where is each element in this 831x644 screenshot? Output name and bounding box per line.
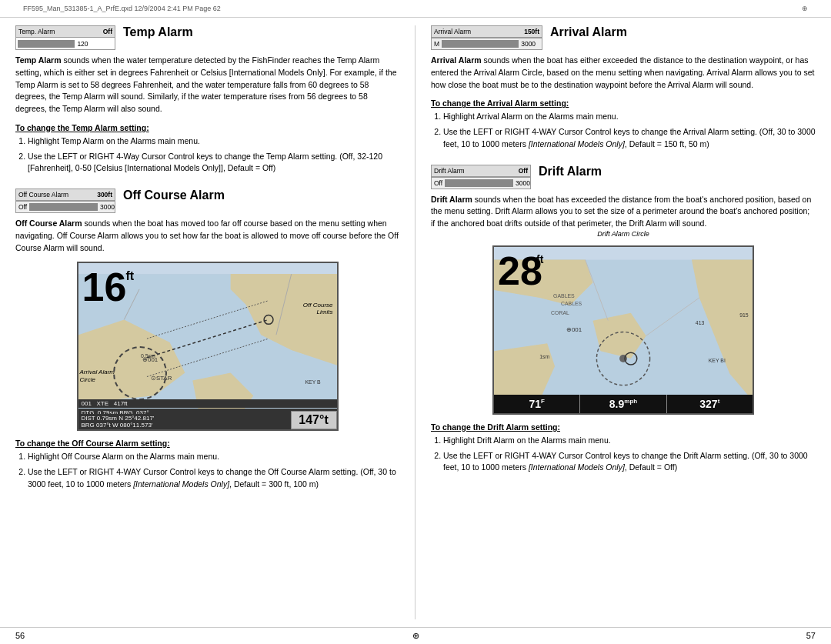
footer-page-left: 56 <box>15 631 25 641</box>
drift-alarm-section: Drift Alarm Off Off 3000 Drift Alarm Dri… <box>431 165 816 475</box>
arrival-alarm-label: Arrival Alarm <box>432 27 473 36</box>
drift-alarm-label: Drift Alarm <box>432 166 467 175</box>
off-course-alarm-title: Off Course Alarm <box>123 189 225 202</box>
drift-alarm-off: Off <box>516 166 530 175</box>
temp-alarm-widget: Temp. Alarm Off 120 <box>15 25 115 50</box>
temp-alarm-body: Temp Alarm sounds when the water tempera… <box>15 55 399 115</box>
drift-cell-temp: 71F <box>494 395 580 413</box>
off-course-widget-row2: Off 3000 <box>15 201 115 213</box>
off-course-alarm-section: Off Course Alarm 300ft Off 3000 Off Cour… <box>15 189 399 491</box>
off-course-map-wrapper: ⊕001 ⊙STAR KEY B 0.5sm 16 ft Off Cours <box>77 262 339 431</box>
drift-bar <box>445 179 513 187</box>
temp-alarm-off: Off <box>101 27 115 36</box>
off-course-change-title: To change the Off Course Alarm setting: <box>15 439 399 448</box>
drift-widget-row1: Drift Alarm Off <box>431 165 531 177</box>
off-course-alarm-body: Off Course Alarm sounds when the boat ha… <box>15 218 399 254</box>
off-course-step-2: Use the LEFT or RIGHT 4-WAY Cursor Contr… <box>28 466 399 491</box>
temp-alarm-body-bold: Temp Alarm <box>15 55 62 65</box>
off-course-bar-value: 3000 <box>100 203 115 211</box>
drift-map-unit: ft <box>536 253 543 265</box>
arrival-alarm-widget: Arrival Alarm 150ft M 3000 <box>431 25 542 50</box>
off-course-map: ⊕001 ⊙STAR KEY B 0.5sm 16 ft Off Cours <box>77 262 339 431</box>
off-course-alarm-body-bold: Off Course Alarm <box>15 219 82 228</box>
drift-temp-unit: F <box>541 398 545 405</box>
svg-text:413: 413 <box>696 319 705 325</box>
arrival-alarm-body-text: sounds when the boat has either exceeded… <box>431 55 814 89</box>
off-course-steps: Highlight Off Course Alarm on the Alarms… <box>28 451 399 490</box>
drift-speed-unit: mph <box>624 398 637 405</box>
drift-temp-value: 71 <box>529 398 541 410</box>
off-course-bar <box>29 203 98 211</box>
drift-alarm-label2: Off <box>432 179 445 188</box>
temp-alarm-widget-row1: Temp. Alarm Off <box>15 25 115 38</box>
off-course-map-bar1: 001 XTE 417ft <box>78 399 337 408</box>
svg-text:⊕001: ⊕001 <box>566 326 582 333</box>
off-course-alarm-value: 300ft <box>95 190 115 199</box>
header-bar: FF595_Man_531385-1_A_PrfE.qxd 12/9/2004 … <box>0 0 831 18</box>
arrival-alarm-body: Arrival Alarm sounds when the boat has e… <box>431 55 816 91</box>
drift-alarm-change-title: To change the Drift Alarm setting: <box>431 422 816 432</box>
temp-alarm-step-2: Use the LEFT or RIGHT 4-Way Cursor Contr… <box>28 151 399 175</box>
drift-bar-value: 3000 <box>516 179 530 187</box>
drift-alarm-widget: Drift Alarm Off Off 3000 <box>431 165 531 189</box>
off-course-intl: [International Models Only] <box>133 479 229 489</box>
arrival-alarm-header: Arrival Alarm 150ft M 3000 Arrival Alarm <box>431 25 816 50</box>
off-course-map-number: 16 <box>82 267 127 307</box>
drift-map-caption: Drift Alarm Circle <box>431 230 816 238</box>
svg-text:1sm: 1sm <box>539 354 549 359</box>
arrival-alarm-change-title: To change the Arrival Alarm setting: <box>431 98 816 108</box>
svg-text:915: 915 <box>739 312 749 317</box>
off-course-widget-row1: Off Course Alarm 300ft <box>15 189 115 201</box>
main-content: Temp. Alarm Off 120 Temp Alarm Temp Alar… <box>0 18 831 627</box>
drift-alarm-steps: Highlight Drift Alarm on the Alarms main… <box>443 435 816 474</box>
footer-page-right: 57 <box>806 631 816 641</box>
temp-alarm-change-title: To change the Temp Alarm setting: <box>15 123 399 132</box>
drift-alarm-step-1: Highlight Drift Alarm on the Alarms main… <box>443 435 816 447</box>
bar3-right: BRG 037°t W 080°11.573' <box>82 422 153 429</box>
arrival-alarm-label2: M <box>432 39 442 48</box>
svg-text:GABLES: GABLES <box>553 293 575 299</box>
drift-cell-heading: 327t <box>667 395 753 413</box>
drift-heading-unit: t <box>718 398 720 405</box>
arrival-widget-row1: Arrival Alarm 150ft <box>431 25 542 38</box>
svg-text:KEY B: KEY B <box>305 380 321 385</box>
drift-cell-speed: 8.9mph <box>580 395 666 413</box>
arrival-alarm-steps: Highlight Arrival Alarm on the Alarms ma… <box>443 111 816 150</box>
off-course-step-1: Highlight Off Course Alarm on the Alarms… <box>28 451 399 463</box>
drift-widget-row2: Off 3000 <box>431 177 531 189</box>
svg-text:KEY BI: KEY BI <box>709 358 726 363</box>
temp-alarm-label: Temp. Alarm <box>16 27 57 36</box>
drift-alarm-body-text: sounds when the boat has exceeded the di… <box>431 195 811 229</box>
arrival-alarm-value: 150ft <box>522 27 542 36</box>
arrival-widget-row2: M 3000 <box>431 38 542 50</box>
drift-alarm-title: Drift Alarm <box>539 165 602 179</box>
temp-alarm-title: Temp Alarm <box>123 25 193 39</box>
page-container: FF595_Man_531385-1_A_PrfE.qxd 12/9/2004 … <box>0 0 831 644</box>
bar1-left: 001 XTE 417ft <box>82 400 128 407</box>
temp-alarm-steps: Highlight Temp Alarm on the Alarms main … <box>28 135 399 175</box>
off-course-alarm-label: Off Course Alarm <box>16 190 71 199</box>
temp-alarm-bar <box>18 40 75 48</box>
bar3-left: DIST 0.79sm N 25°42.817' <box>82 415 155 422</box>
svg-text:CORAL: CORAL <box>551 309 569 315</box>
drift-alarm-body-bold: Drift Alarm <box>431 195 472 204</box>
footer-crosshair: ⊕ <box>412 631 419 641</box>
svg-text:CABLES: CABLES <box>561 301 582 306</box>
header-text: FF595_Man_531385-1_A_PrfE.qxd 12/9/2004 … <box>23 5 221 12</box>
off-course-map-unit: ft <box>126 269 135 283</box>
temp-alarm-section: Temp. Alarm Off 120 Temp Alarm Temp Alar… <box>15 25 399 175</box>
drift-heading-value: 327 <box>699 398 717 410</box>
drift-intl: [International Models Only] <box>529 462 625 472</box>
temp-alarm-bar-row: 120 <box>15 38 115 50</box>
off-course-alarm-widget: Off Course Alarm 300ft Off 3000 <box>15 189 115 213</box>
arrival-bar <box>442 40 519 48</box>
arrival-bar-value: 3000 <box>521 40 536 48</box>
temp-alarm-body-text: sounds when the water temperature detect… <box>15 55 397 113</box>
arrival-alarm-step-1: Highlight Arrival Alarm on the Alarms ma… <box>443 111 816 123</box>
temp-alarm-bar-value: 120 <box>77 40 88 48</box>
left-column: Temp. Alarm Off 120 Temp Alarm Temp Alar… <box>15 25 416 619</box>
temp-alarm-step-1: Highlight Temp Alarm on the Alarms main … <box>28 135 399 148</box>
drift-speed-value: 8.9 <box>609 398 624 410</box>
off-course-corner: 147°t <box>291 411 337 429</box>
drift-bottom-strip: 71F 8.9mph 327t <box>494 395 753 413</box>
